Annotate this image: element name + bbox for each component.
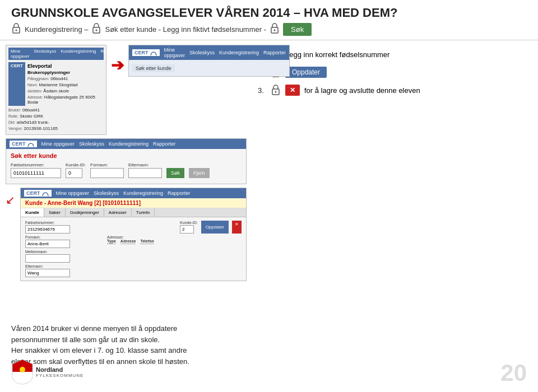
bottom-line1: Våren 2014 bruker vi denne menyen til å … — [11, 324, 177, 333]
ss3-tab-saker[interactable]: Saker — [44, 208, 66, 217]
subtitle-sok: Søk etter kunde - Legg inn fiktivt fødse… — [105, 25, 266, 34]
sok-button-header[interactable]: Søk — [283, 23, 312, 36]
screenshot-sok-nav: CERT Mine oppgaver Skoleskyss Kunderegis… — [128, 45, 290, 77]
ss1-adresse-label: Adresse: — [27, 95, 43, 99]
ss2-etternavn-input[interactable] — [128, 168, 162, 178]
svg-point-11 — [275, 91, 277, 93]
lock-icon-3 — [270, 22, 280, 36]
ss3-nav-rapporter[interactable]: Rapporter — [168, 190, 190, 196]
ss3-telefon-col: Telefon — [140, 239, 154, 244]
ss2-form-nav-mine[interactable]: Mine oppgaver — [41, 141, 75, 147]
ss3-address-section: Adresser: Type Adresse Telefon — [107, 235, 242, 277]
ss2-form-body: Søk etter kunde Fødselsnummer: Kunde-ID:… — [6, 149, 246, 184]
ss2-form-cert-arc — [27, 141, 35, 147]
ss3-nav-mine[interactable]: Mine oppgaver — [56, 190, 90, 196]
ss2-nav-mine[interactable]: Mine oppgaver — [164, 47, 185, 58]
ss3-fodselsnummer-label: Fødselsnummer: — [25, 221, 70, 225]
ss3-body: Fødselsnummer: Kunde-ID: Oppdater ✕ — [21, 217, 246, 281]
ss1-user-value: 06bod41 — [22, 108, 40, 113]
ss2-nav-kunde[interactable]: Kunderegistrering — [219, 50, 259, 55]
svg-point-1 — [16, 30, 17, 31]
ss2-form-title: Søk etter kunde — [11, 152, 242, 159]
ss3-header: CERT Mine oppgaver Skoleskyss Kunderegis… — [21, 188, 246, 198]
svg-point-12 — [20, 367, 25, 372]
ss2-nav-rapporter[interactable]: Rapporter — [263, 50, 286, 55]
page-header: GRUNNSKOLE AVGANGSELEVER VÅREN 2014 – HV… — [0, 0, 538, 40]
ss3-mellomnavn-input[interactable] — [25, 254, 70, 263]
ss1-bruker-row: Bruker: 06bod41 — [8, 108, 104, 113]
screenshot-user-info: Mine oppgaver Skoleskyss Kunderegistreri… — [6, 45, 106, 135]
ss1-rolle-value: Skoler GRK — [20, 114, 43, 119]
ss3-type-header: Type — [107, 239, 116, 244]
ss3-fodselsnummer-input[interactable] — [25, 225, 70, 234]
lock-icon-1 — [11, 22, 21, 36]
ss1-paloggnavn-label: Påloggnavn: — [27, 77, 49, 81]
ss1-cert-logo: CERT — [8, 62, 25, 106]
ss3-nav-skoleskyss[interactable]: Skoleskyss — [94, 190, 119, 196]
ss3-mellomnavn-group: Mellomnavn: — [25, 250, 104, 263]
ss3-nav-kunde[interactable]: Kunderegistrering — [123, 190, 163, 196]
ss1-versjon-row: Versjon: 2013936-101165 — [8, 126, 104, 131]
ss3-mellomnavn-label: Mellomnavn: — [25, 250, 104, 254]
ss3-type-col: Type — [107, 239, 116, 244]
subtitle-kunderegistrering: Kunderegistrering – — [25, 25, 88, 34]
ss3-etternavn-label: Etternavn: — [25, 264, 104, 268]
ss3-telefon-header: Telefon — [140, 239, 154, 244]
ss1-versjon-value: 2013936-101165 — [24, 126, 58, 131]
step-3-text: for å lagre og avslutte denne eleven — [304, 86, 420, 95]
step-3-delete-button[interactable]: ✕ — [285, 85, 300, 96]
ss1-paloggnavn-row: Påloggnavn: 06bod41 — [27, 76, 104, 81]
step-2-oppdater-button[interactable]: Oppdater — [285, 67, 327, 78]
ss3-etternavn-input[interactable] — [25, 269, 70, 277]
ss1-navn-label: Navn: — [27, 83, 38, 87]
ss3-kundeid-input[interactable] — [180, 225, 194, 234]
ss3-tab-kunde[interactable]: Kunde — [21, 208, 44, 217]
ss3-tab-turinfo[interactable]: Turinfo — [132, 208, 155, 217]
ss2-form-nav-skoleskyss[interactable]: Skoleskyss — [79, 141, 104, 147]
ss1-adresse-row: Adresse: Hålogalandsgate 25 8005 Bodø — [27, 95, 104, 105]
ss3-adresse-header: Adresse — [120, 239, 136, 244]
svg-point-5 — [274, 30, 276, 31]
ss1-skolebn-label: skolebn: — [27, 89, 42, 93]
ss1-navn-row: Navn: Marianne Skogstad — [27, 82, 104, 87]
ss2-nav-skoleskyss[interactable]: Skoleskyss — [189, 50, 215, 55]
ss2-fornavn-label: Fornavn: — [90, 162, 124, 167]
right-column: 1. Legg inn korrekt fødselsnummer 2. Opp… — [252, 45, 532, 281]
ss2-sok-button[interactable]: Søk — [166, 168, 184, 178]
ss3-row: ↙ CERT Mine oppgaver Skoleskyss Kundereg… — [6, 188, 247, 281]
nordland-text-block: Nordland FYLKESKOMMUNE — [36, 366, 84, 378]
ss3-delete-button[interactable]: ✕ — [232, 221, 242, 234]
ss1-nav-skoleskyss: Skoleskyss — [34, 49, 56, 59]
ss1-rolle-label: Rolle: — [8, 114, 18, 118]
ss2-cert-arc — [150, 50, 157, 55]
ss2-kundeid-input[interactable] — [66, 168, 82, 178]
ss2-fodselsnummer-input[interactable] — [11, 168, 61, 178]
ss2-sok-etter-nav-btn[interactable]: Søk etter kunde — [132, 64, 175, 72]
step-3-num: 3. — [258, 86, 266, 95]
ss2-form-nav-kunde[interactable]: Kunderegistrering — [109, 141, 149, 147]
ss1-brukeropp: Brukeropplysninger — [27, 70, 104, 75]
ss1-rolle-row: Rolle: Skoler GRK — [8, 114, 104, 119]
ss2-fornavn-input[interactable] — [90, 168, 124, 178]
ss3-tab-godkjenninger[interactable]: Godkjenninger — [66, 208, 104, 217]
ss2-form-nav-rapporter[interactable]: Rapporter — [153, 141, 175, 147]
ss1-versjon-label: Versjon: — [8, 127, 22, 130]
ss2-fodselsnummer-group: Fødselsnummer: — [11, 162, 61, 178]
bottom-section: Våren 2014 bruker vi denne menyen til å … — [11, 323, 527, 367]
ss3-etternavn-group: Etternavn: — [25, 264, 104, 277]
svg-point-3 — [96, 30, 98, 31]
ss2-kundeid-group: Kunde-ID: — [66, 162, 86, 178]
ss1-dkt-label: Dkt: — [8, 120, 15, 124]
ss2-form-header: CERT Mine oppgaver Skoleskyss Kunderegis… — [6, 139, 246, 149]
ss3-adresse-label: Adresser: — [107, 235, 242, 239]
ss3-kundeid-label: Kunde-ID: — [180, 221, 198, 225]
ss3-tabs: Kunde Saker Godkjenninger Adresser Turin… — [21, 208, 246, 217]
ss3-oppdater-button[interactable]: Oppdater — [201, 221, 229, 234]
ss2-fjern-button[interactable]: Fjern — [189, 168, 210, 178]
ss1-dkt-row: Dkt: a0a5d1d3 trunk- — [8, 120, 104, 125]
ss2-header: CERT Mine oppgaver Skoleskyss Kunderegis… — [129, 45, 289, 60]
ss3-tab-adresser[interactable]: Adresser — [104, 208, 132, 217]
ss2-form-row: Fødselsnummer: Kunde-ID: Fornavn: Ettern… — [11, 162, 242, 178]
ss3-fornavn-input[interactable] — [25, 240, 70, 248]
ss3-cert-arc — [41, 190, 49, 196]
